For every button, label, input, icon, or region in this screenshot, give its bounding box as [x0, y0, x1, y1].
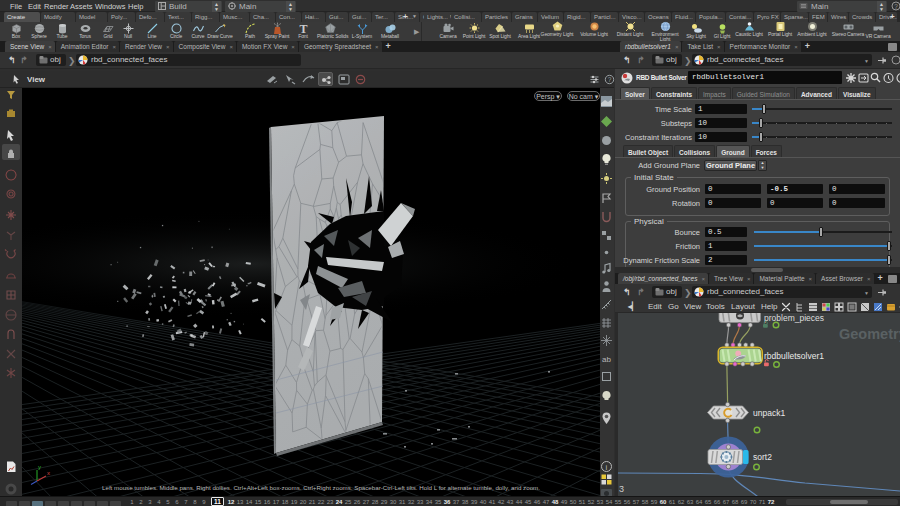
svg-text:rbdbulletsolver1: rbdbulletsolver1: [764, 351, 824, 361]
svg-text:3: 3: [619, 484, 624, 494]
svg-text:i: i: [606, 463, 608, 472]
svg-text:Geometry: Geometry: [839, 326, 900, 342]
svg-text:?: ?: [608, 76, 612, 83]
svg-text:x: x: [47, 470, 50, 476]
svg-text:sort2: sort2: [753, 452, 772, 462]
svg-text:ab: ab: [602, 355, 611, 364]
svg-text:unpack1: unpack1: [753, 408, 785, 418]
svg-text:y: y: [38, 464, 41, 470]
svg-text:?: ?: [894, 3, 898, 10]
svg-text:problem_pieces: problem_pieces: [764, 313, 824, 323]
